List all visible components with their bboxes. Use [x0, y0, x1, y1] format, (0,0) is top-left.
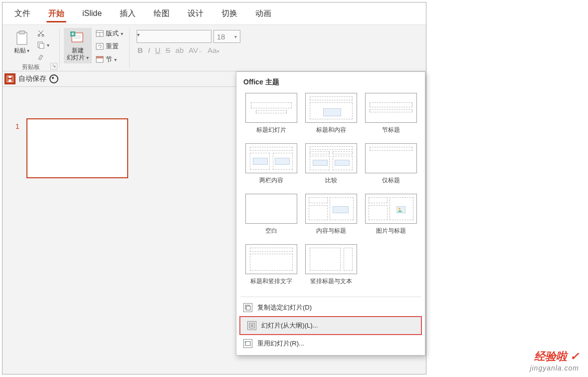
- svg-rect-22: [246, 306, 250, 310]
- tab-transition[interactable]: 切换: [212, 2, 246, 24]
- tab-home[interactable]: 开始: [39, 2, 73, 24]
- av-label: AV: [189, 46, 198, 54]
- svg-rect-17: [8, 79, 11, 82]
- ribbon: 粘贴 剪贴板 ↘: [2, 25, 426, 71]
- chevron-down-icon: ▾: [234, 34, 237, 39]
- brush-icon: [37, 53, 45, 61]
- layout-label: 竖排标题与文本: [310, 277, 352, 286]
- ribbon-tabs: 文件 开始 iSlide 插入 绘图 设计 切换 动画: [2, 2, 426, 25]
- picture-icon: [396, 206, 405, 213]
- clipboard-dialog-launcher[interactable]: ↘: [50, 63, 57, 70]
- aa-label: Aa: [207, 46, 216, 54]
- layout-label: 仅标题: [382, 176, 400, 185]
- layout-grid: 标题幻灯片 标题和内容 节标题: [236, 91, 425, 295]
- tab-file[interactable]: 文件: [5, 2, 39, 24]
- paste-button[interactable]: 粘贴: [11, 28, 33, 56]
- layout-content-caption[interactable]: 内容与标题: [305, 194, 357, 235]
- watermark: 经验啦 ✓ jingyanla.com: [530, 349, 579, 372]
- svg-rect-1: [19, 31, 25, 34]
- outline-icon: [247, 321, 256, 330]
- layout-label: 比较: [325, 176, 337, 185]
- layout-title-only[interactable]: 仅标题: [365, 143, 417, 185]
- menu-duplicate-slide[interactable]: 复制选定幻灯片(D): [236, 299, 425, 316]
- group-slides: 新建 幻灯片 版式 重置 节: [60, 25, 129, 71]
- menu-label: 复制选定幻灯片(D): [257, 303, 312, 312]
- layout-label: 标题和竖排文字: [250, 277, 292, 286]
- layout-label: 内容与标题: [316, 227, 346, 235]
- underline-button[interactable]: U: [155, 46, 161, 54]
- font-size-combo[interactable]: 18 ▾: [213, 30, 240, 43]
- layout-comparison[interactable]: 比较: [305, 143, 357, 185]
- tab-design[interactable]: 设计: [179, 2, 212, 24]
- bold-button[interactable]: B: [138, 46, 143, 54]
- new-slide-icon: [70, 30, 86, 46]
- copy-icon: [37, 41, 45, 49]
- scissors-icon: [37, 29, 45, 37]
- layout-label: 标题和内容: [316, 126, 346, 134]
- tab-islide[interactable]: iSlide: [73, 2, 111, 24]
- char-spacing-button[interactable]: AV↔: [189, 46, 202, 54]
- reset-icon: [96, 43, 104, 50]
- save-icon[interactable]: [4, 73, 15, 84]
- layout-label: 图片与标题: [376, 227, 406, 235]
- reset-button[interactable]: 重置: [94, 41, 125, 52]
- watermark-url: jingyanla.com: [530, 364, 579, 372]
- svg-rect-0: [17, 32, 27, 44]
- clipboard-icon: [14, 30, 30, 46]
- group-clipboard: 粘贴 剪贴板 ↘: [2, 25, 59, 71]
- svg-rect-13: [96, 43, 103, 49]
- group-font: 18 ▾ B I U S ab AV↔ Aa▾: [130, 25, 247, 71]
- layout-button[interactable]: 版式: [94, 28, 125, 39]
- layout-icon: [96, 30, 104, 37]
- layout-title-slide[interactable]: 标题幻灯片: [245, 93, 297, 134]
- menu-label: 重用幻灯片(R)...: [257, 339, 304, 348]
- svg-point-20: [398, 208, 400, 210]
- slide-number: 1: [15, 122, 19, 130]
- cut-button[interactable]: [35, 28, 51, 38]
- dropdown-title: Office 主题: [236, 72, 425, 91]
- reuse-icon: [243, 339, 252, 348]
- svg-rect-15: [96, 56, 103, 58]
- copy-button[interactable]: [35, 40, 51, 50]
- section-button[interactable]: 节: [94, 54, 125, 65]
- layout-title-content[interactable]: 标题和内容: [305, 93, 357, 134]
- font-size-value: 18: [217, 32, 225, 41]
- layout-blank[interactable]: 空白: [245, 194, 297, 235]
- layout-vertical-title-text[interactable]: 竖排标题与文本: [305, 244, 357, 286]
- layout-label: 空白: [265, 227, 277, 235]
- layout-label: 两栏内容: [259, 176, 283, 185]
- duplicate-icon: [243, 303, 252, 312]
- section-label: 节: [106, 55, 112, 64]
- menu-reuse-slides[interactable]: 重用幻灯片(R)...: [236, 335, 425, 352]
- section-icon: [96, 56, 104, 63]
- menu-slides-from-outline[interactable]: 幻灯片(从大纲)(L)...: [239, 316, 422, 335]
- tab-draw[interactable]: 绘图: [145, 2, 179, 24]
- new-slide-label: 新建 幻灯片: [67, 47, 89, 61]
- autosave-toggle[interactable]: [49, 74, 58, 83]
- layout-label: 标题幻灯片: [256, 126, 286, 134]
- menu-label: 幻灯片(从大纲)(L)...: [261, 321, 318, 330]
- new-slide-button[interactable]: 新建 幻灯片: [64, 28, 92, 63]
- autosave-label: 自动保存: [18, 74, 46, 83]
- slide-thumbnail[interactable]: [26, 118, 128, 178]
- clipboard-group-label: 剪贴板: [22, 62, 40, 71]
- tab-insert[interactable]: 插入: [111, 2, 145, 24]
- layout-vertical-text[interactable]: 标题和竖排文字: [245, 244, 297, 286]
- strike-button[interactable]: S: [166, 46, 171, 54]
- change-case-button[interactable]: Aa▾: [207, 46, 219, 54]
- layout-picture-caption[interactable]: 图片与标题: [365, 194, 417, 235]
- font-name-combo[interactable]: [137, 30, 211, 43]
- layout-two-content[interactable]: 两栏内容: [245, 143, 297, 185]
- layout-label: 节标题: [382, 126, 400, 134]
- check-icon: ✓: [570, 350, 579, 363]
- layout-label: 版式: [106, 29, 119, 38]
- svg-rect-18: [8, 76, 11, 78]
- paste-label: 粘贴: [14, 47, 30, 54]
- italic-button[interactable]: I: [148, 46, 150, 54]
- layout-section-header[interactable]: 节标题: [365, 93, 417, 134]
- shadow-button[interactable]: ab: [176, 46, 184, 54]
- svg-rect-5: [39, 43, 44, 48]
- tab-animation[interactable]: 动画: [246, 2, 280, 24]
- watermark-text: 经验啦: [534, 350, 567, 363]
- format-painter-button[interactable]: [35, 52, 51, 62]
